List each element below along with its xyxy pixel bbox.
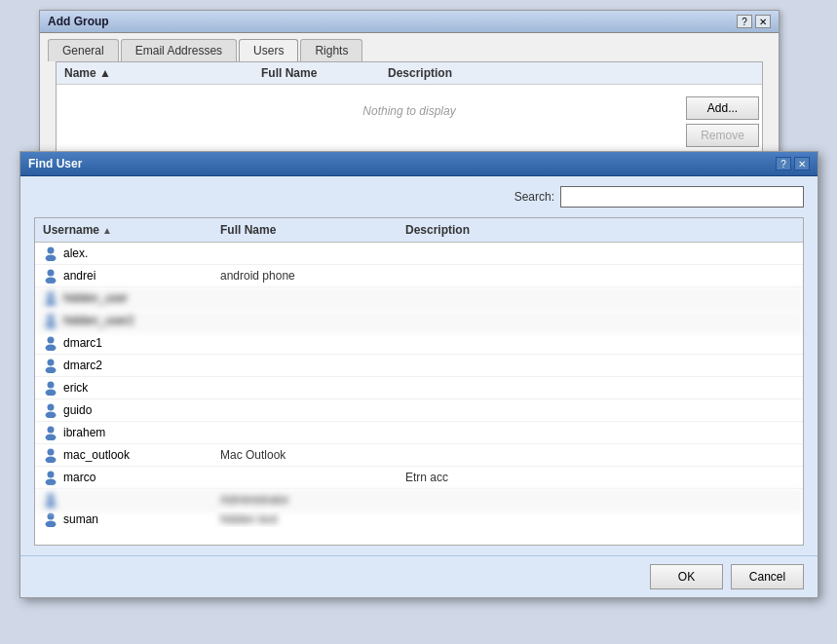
user-icon bbox=[43, 290, 58, 306]
user-row[interactable]: andrei android phone bbox=[35, 265, 803, 287]
svg-point-13 bbox=[46, 390, 57, 397]
user-row[interactable]: mac_outlook Mac Outlook bbox=[35, 444, 803, 467]
user-cell-username: hidden_user2 bbox=[35, 313, 220, 328]
find-user-dialog: Find User ? ✕ Search: Username ▲ Full Na… bbox=[19, 151, 818, 598]
user-icon bbox=[43, 268, 58, 284]
tab-users[interactable]: Users bbox=[239, 39, 298, 61]
find-user-help-button[interactable]: ? bbox=[776, 157, 791, 170]
col-fullname-header2: Full Name bbox=[220, 223, 405, 237]
user-icon bbox=[43, 246, 58, 261]
svg-point-21 bbox=[46, 479, 57, 486]
user-cell-username: dmarc1 bbox=[35, 335, 220, 351]
svg-point-20 bbox=[48, 472, 55, 478]
user-row[interactable]: marco Etrn acc bbox=[35, 467, 803, 489]
user-icon bbox=[43, 447, 58, 463]
user-icon bbox=[43, 313, 58, 328]
user-icon bbox=[43, 380, 58, 396]
svg-point-8 bbox=[48, 337, 55, 344]
user-cell-fullname: android phone bbox=[220, 269, 405, 283]
username-sort-icon: ▲ bbox=[102, 225, 112, 236]
tab-rights[interactable]: Rights bbox=[300, 39, 362, 61]
col-description-header2: Description bbox=[405, 223, 803, 237]
svg-point-12 bbox=[48, 382, 55, 389]
add-group-titlebar: Add Group ? ✕ bbox=[40, 11, 779, 33]
svg-point-7 bbox=[46, 322, 57, 329]
add-group-close-button[interactable]: ✕ bbox=[755, 15, 771, 28]
svg-point-2 bbox=[48, 270, 55, 277]
user-icon bbox=[43, 358, 58, 373]
svg-point-11 bbox=[46, 367, 57, 374]
svg-point-15 bbox=[46, 412, 57, 419]
tab-general[interactable]: General bbox=[48, 39, 119, 61]
user-row[interactable]: alex. bbox=[35, 243, 803, 265]
sort-arrow-icon: ▲ bbox=[99, 66, 111, 80]
find-user-controls: ? ✕ bbox=[776, 157, 810, 170]
add-group-buttons: Add... Remove bbox=[686, 96, 759, 147]
find-user-titlebar: Find User ? ✕ bbox=[20, 152, 818, 176]
find-user-footer: OK Cancel bbox=[20, 555, 818, 597]
user-row[interactable]: suman hidden text bbox=[35, 511, 803, 527]
svg-point-25 bbox=[46, 521, 57, 528]
svg-point-9 bbox=[46, 345, 57, 352]
svg-point-17 bbox=[46, 435, 57, 441]
user-row[interactable]: dmarc2 bbox=[35, 355, 803, 377]
user-icon bbox=[43, 511, 58, 527]
svg-point-1 bbox=[46, 255, 57, 262]
tabs-bar: General Email Addresses Users Rights bbox=[40, 33, 779, 61]
search-row: Search: bbox=[34, 186, 804, 208]
svg-point-14 bbox=[48, 404, 55, 411]
user-row[interactable]: dmarc1 bbox=[35, 332, 803, 355]
user-row[interactable]: Administrator bbox=[35, 489, 803, 511]
user-icon bbox=[43, 335, 58, 351]
svg-point-24 bbox=[48, 513, 55, 520]
user-cell-username: ibrahem bbox=[35, 425, 220, 440]
user-row[interactable]: hidden_user2 bbox=[35, 310, 803, 332]
user-cell-username: guido bbox=[35, 402, 220, 418]
user-table-body[interactable]: alex. andrei android phone bbox=[35, 243, 803, 545]
user-row[interactable]: erick bbox=[35, 377, 803, 399]
col-fullname-header: Full Name bbox=[261, 66, 388, 80]
user-cell-username: hidden_user bbox=[35, 290, 220, 306]
find-user-close-button[interactable]: ✕ bbox=[794, 157, 810, 170]
user-cell-username: erick bbox=[35, 380, 220, 396]
col-name-header: Name ▲ bbox=[57, 66, 261, 80]
add-group-table-header: Name ▲ Full Name Description bbox=[57, 62, 762, 85]
add-group-title: Add Group bbox=[48, 15, 109, 28]
user-icon bbox=[43, 470, 58, 485]
svg-point-4 bbox=[48, 292, 55, 299]
svg-point-0 bbox=[48, 247, 55, 254]
user-row[interactable]: ibrahem bbox=[35, 422, 803, 444]
add-group-help-button[interactable]: ? bbox=[737, 15, 752, 28]
svg-point-18 bbox=[48, 449, 55, 456]
user-cell-username: mac_outlook bbox=[35, 447, 220, 463]
svg-point-23 bbox=[46, 502, 57, 509]
user-row[interactable]: hidden_user bbox=[35, 287, 803, 310]
user-cell-username: dmarc2 bbox=[35, 358, 220, 373]
user-cell-username: marco bbox=[35, 470, 220, 485]
svg-point-10 bbox=[48, 360, 55, 366]
add-group-controls: ? ✕ bbox=[737, 15, 771, 28]
svg-point-19 bbox=[46, 457, 57, 464]
col-description-header: Description bbox=[388, 66, 762, 80]
user-table: Username ▲ Full Name Description alex. bbox=[34, 217, 804, 546]
user-table-header: Username ▲ Full Name Description bbox=[35, 218, 803, 243]
user-row[interactable]: guido bbox=[35, 399, 803, 422]
svg-point-3 bbox=[46, 278, 57, 284]
svg-point-16 bbox=[48, 427, 55, 434]
svg-point-6 bbox=[48, 315, 55, 322]
user-cell-username bbox=[35, 492, 220, 508]
user-cell-username: alex. bbox=[35, 246, 220, 261]
add-button[interactable]: Add... bbox=[686, 96, 759, 120]
search-input[interactable] bbox=[560, 186, 804, 208]
user-icon bbox=[43, 492, 58, 508]
search-label: Search: bbox=[514, 190, 554, 204]
user-cell-username: andrei bbox=[35, 268, 220, 284]
svg-point-5 bbox=[46, 300, 57, 307]
ok-button[interactable]: OK bbox=[650, 564, 723, 589]
remove-button[interactable]: Remove bbox=[686, 124, 759, 147]
tab-email-addresses[interactable]: Email Addresses bbox=[121, 39, 237, 61]
cancel-button[interactable]: Cancel bbox=[731, 564, 804, 589]
col-username-header: Username ▲ bbox=[35, 223, 220, 237]
user-icon bbox=[43, 425, 58, 440]
user-cell-username: suman bbox=[35, 511, 220, 527]
